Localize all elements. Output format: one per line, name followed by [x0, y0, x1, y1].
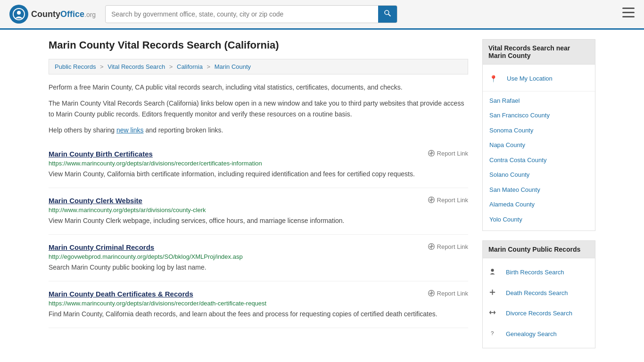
nearby-item[interactable]: Alameda County [483, 197, 595, 212]
nearby-item[interactable]: Contra Costa County [483, 153, 595, 168]
nearby-link[interactable]: Solano County [483, 167, 595, 182]
nearby-section: Vital Records Search near Marin County 📍… [482, 39, 595, 231]
sidebar: Vital Records Search near Marin County 📍… [482, 39, 595, 358]
record-title[interactable]: Marin County Death Certificates & Record… [49, 290, 193, 298]
nearby-link[interactable]: San Rafael [483, 93, 595, 108]
record-entry: Marin County Birth Certificates Report L… [49, 141, 468, 188]
nearby-item[interactable]: San Mateo County [483, 182, 595, 197]
person-icon [489, 268, 495, 276]
breadcrumb-vital-records[interactable]: Vital Records Search [107, 63, 165, 70]
content-area: Marin County Vital Records Search (Calif… [49, 39, 468, 358]
record-desc: Find Marin County, California death reco… [49, 309, 468, 319]
description-1: Perform a free Marin County, CA public v… [49, 82, 468, 92]
public-record-link[interactable]: Genealogy Search [499, 327, 563, 342]
nearby-link[interactable]: Yolo County [483, 212, 595, 227]
breadcrumb: Public Records > Vital Records Search > … [49, 59, 468, 74]
nearby-link[interactable]: Contra Costa County [483, 153, 595, 168]
search-button[interactable] [378, 6, 397, 23]
public-records-section: Marin County Public Records Birth Record… [482, 240, 595, 348]
record-entry: Marin County Death Certificates & Record… [49, 281, 468, 328]
record-title[interactable]: Marin County Clerk Website [49, 197, 142, 205]
record-desc: View Marin County, California birth cert… [49, 169, 468, 179]
records-container: Marin County Birth Certificates Report L… [49, 141, 468, 328]
svg-point-2 [385, 10, 389, 15]
pin-icon: 📍 [489, 75, 497, 82]
breadcrumb-marin-county[interactable]: Marin County [215, 63, 251, 70]
report-link[interactable]: Report Link [428, 150, 468, 157]
record-header: Marin County Clerk Website Report Link [49, 197, 468, 205]
record-header: Marin County Birth Certificates Report L… [49, 150, 468, 158]
public-record-item[interactable]: Divorce Records Search [483, 303, 595, 324]
svg-point-23 [491, 269, 494, 272]
public-record-link[interactable]: Divorce Records Search [499, 306, 579, 321]
record-header: Marin County Death Certificates & Record… [49, 290, 468, 298]
nearby-link[interactable]: San Francisco County [483, 108, 595, 123]
nearby-item[interactable]: Sonoma County [483, 123, 595, 138]
svg-point-1 [17, 11, 21, 15]
cross-icon [489, 289, 495, 297]
svg-rect-6 [622, 16, 635, 17]
search-bar [105, 5, 397, 23]
report-link[interactable]: Report Link [428, 243, 468, 250]
svg-text:?: ? [491, 330, 494, 336]
question-icon: ? [489, 330, 495, 338]
report-link[interactable]: Report Link [428, 197, 468, 204]
nearby-link[interactable]: Napa County [483, 138, 595, 153]
main-container: Marin County Vital Records Search (Calif… [39, 30, 605, 362]
record-desc: View Marin County Clerk webpage, includi… [49, 216, 468, 226]
header: CountyOffice.org [0, 0, 644, 30]
record-title[interactable]: Marin County Criminal Records [49, 243, 154, 251]
record-url[interactable]: http://egovwebprod.marincounty.org/depts… [49, 253, 468, 260]
nearby-item[interactable]: Yolo County [483, 212, 595, 227]
record-title[interactable]: Marin County Birth Certificates [49, 150, 153, 158]
public-record-item[interactable]: Birth Records Search [483, 262, 595, 283]
public-records-title: Marin County Public Records [482, 240, 595, 258]
public-record-item[interactable]: Death Records Search [483, 283, 595, 304]
nearby-list: 📍Use My LocationSan RafaelSan Francisco … [482, 65, 595, 231]
record-entry: Marin County Criminal Records Report Lin… [49, 235, 468, 281]
nearby-item[interactable]: Napa County [483, 138, 595, 153]
svg-rect-4 [622, 8, 635, 9]
nearby-item[interactable]: 📍Use My Location [483, 68, 595, 89]
nearby-link[interactable]: Alameda County [483, 197, 595, 212]
public-records-list: Birth Records Search Death Records Searc… [482, 258, 595, 348]
new-links-link[interactable]: new links [116, 126, 144, 134]
menu-button[interactable] [622, 8, 635, 21]
svg-rect-5 [622, 12, 635, 13]
nearby-item[interactable]: San Francisco County [483, 108, 595, 123]
nearby-item[interactable]: San Rafael [483, 93, 595, 108]
description-2: The Marin County Vital Records Search (C… [49, 98, 468, 119]
page-title: Marin County Vital Records Search (Calif… [49, 39, 468, 51]
record-desc: Search Marin County public booking log b… [49, 263, 468, 272]
nearby-link[interactable]: Sonoma County [483, 123, 595, 138]
record-url[interactable]: https://www.marincounty.org/depts/ar/div… [49, 300, 468, 307]
breadcrumb-sep3: > [207, 63, 212, 70]
breadcrumb-sep2: > [169, 63, 174, 70]
arrows-icon [489, 309, 495, 317]
nearby-title: Vital Records Search near Marin County [482, 39, 595, 65]
breadcrumb-sep1: > [100, 63, 105, 70]
public-record-link[interactable]: Death Records Search [499, 286, 575, 301]
nearby-item[interactable]: Solano County [483, 167, 595, 182]
public-record-item[interactable]: ? Genealogy Search [483, 324, 595, 345]
svg-line-3 [388, 14, 390, 16]
record-header: Marin County Criminal Records Report Lin… [49, 243, 468, 251]
report-link[interactable]: Report Link [428, 290, 468, 297]
record-url[interactable]: http://www.marincounty.org/depts/ar/divi… [49, 206, 468, 214]
record-url[interactable]: https://www.marincounty.org/depts/ar/div… [49, 160, 468, 167]
public-record-link[interactable]: Birth Records Search [499, 265, 571, 280]
logo-icon [9, 5, 28, 24]
logo-tld: Office [60, 9, 84, 19]
nearby-link[interactable]: San Mateo County [483, 182, 595, 197]
breadcrumb-public-records[interactable]: Public Records [55, 63, 96, 70]
description-3: Help others by sharing new links and rep… [49, 125, 468, 135]
logo[interactable]: CountyOffice.org [9, 5, 96, 24]
description-3-post: and reporting broken links. [144, 126, 223, 134]
record-entry: Marin County Clerk Website Report Link h… [49, 188, 468, 235]
search-input[interactable] [106, 7, 378, 22]
logo-text: CountyOffice.org [31, 9, 96, 19]
description-3-pre: Help others by sharing [49, 126, 116, 134]
breadcrumb-california[interactable]: California [177, 63, 203, 70]
